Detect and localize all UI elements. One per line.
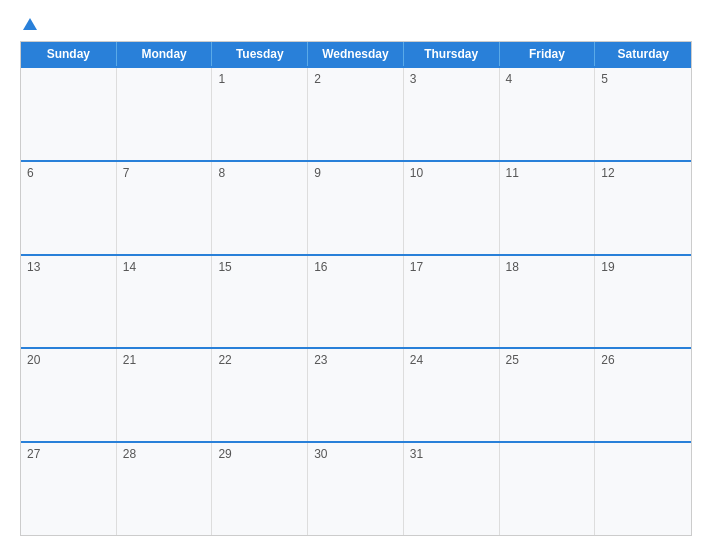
day-cell-8: 8	[212, 162, 308, 254]
week-row-5: 2728293031	[21, 441, 691, 535]
day-cell-13: 13	[21, 256, 117, 348]
day-number: 1	[218, 72, 225, 86]
day-number: 17	[410, 260, 423, 274]
day-cell-19: 19	[595, 256, 691, 348]
day-number: 20	[27, 353, 40, 367]
day-cell-empty	[21, 68, 117, 160]
day-number: 24	[410, 353, 423, 367]
day-cell-31: 31	[404, 443, 500, 535]
week-row-4: 20212223242526	[21, 347, 691, 441]
week-row-1: 12345	[21, 66, 691, 160]
week-row-2: 6789101112	[21, 160, 691, 254]
day-number: 28	[123, 447, 136, 461]
day-number: 10	[410, 166, 423, 180]
day-header-sunday: Sunday	[21, 42, 117, 66]
day-header-wednesday: Wednesday	[308, 42, 404, 66]
day-number: 7	[123, 166, 130, 180]
day-cell-28: 28	[117, 443, 213, 535]
day-cell-15: 15	[212, 256, 308, 348]
day-number: 5	[601, 72, 608, 86]
day-header-tuesday: Tuesday	[212, 42, 308, 66]
day-cell-3: 3	[404, 68, 500, 160]
day-number: 27	[27, 447, 40, 461]
day-cell-4: 4	[500, 68, 596, 160]
day-cell-14: 14	[117, 256, 213, 348]
day-number: 8	[218, 166, 225, 180]
day-number: 6	[27, 166, 34, 180]
day-cell-12: 12	[595, 162, 691, 254]
day-headers-row: SundayMondayTuesdayWednesdayThursdayFrid…	[21, 42, 691, 66]
day-cell-5: 5	[595, 68, 691, 160]
day-cell-26: 26	[595, 349, 691, 441]
day-cell-7: 7	[117, 162, 213, 254]
day-cell-20: 20	[21, 349, 117, 441]
day-cell-21: 21	[117, 349, 213, 441]
logo-triangle-icon	[23, 18, 37, 30]
day-number: 26	[601, 353, 614, 367]
day-cell-24: 24	[404, 349, 500, 441]
day-number: 16	[314, 260, 327, 274]
day-cell-23: 23	[308, 349, 404, 441]
day-cell-2: 2	[308, 68, 404, 160]
day-cell-30: 30	[308, 443, 404, 535]
day-cell-1: 1	[212, 68, 308, 160]
day-cell-6: 6	[21, 162, 117, 254]
day-number: 2	[314, 72, 321, 86]
day-number: 29	[218, 447, 231, 461]
day-cell-25: 25	[500, 349, 596, 441]
day-number: 25	[506, 353, 519, 367]
day-number: 18	[506, 260, 519, 274]
day-cell-17: 17	[404, 256, 500, 348]
day-number: 31	[410, 447, 423, 461]
day-cell-empty	[117, 68, 213, 160]
day-number: 30	[314, 447, 327, 461]
logo-blue-text	[20, 18, 37, 31]
day-number: 22	[218, 353, 231, 367]
day-number: 13	[27, 260, 40, 274]
day-number: 23	[314, 353, 327, 367]
day-cell-11: 11	[500, 162, 596, 254]
day-header-monday: Monday	[117, 42, 213, 66]
week-row-3: 13141516171819	[21, 254, 691, 348]
day-number: 14	[123, 260, 136, 274]
day-cell-27: 27	[21, 443, 117, 535]
day-cell-10: 10	[404, 162, 500, 254]
day-number: 4	[506, 72, 513, 86]
day-number: 9	[314, 166, 321, 180]
day-number: 12	[601, 166, 614, 180]
calendar: SundayMondayTuesdayWednesdayThursdayFrid…	[20, 41, 692, 536]
day-cell-empty	[500, 443, 596, 535]
day-cell-empty	[595, 443, 691, 535]
day-cell-9: 9	[308, 162, 404, 254]
day-number: 3	[410, 72, 417, 86]
page: SundayMondayTuesdayWednesdayThursdayFrid…	[0, 0, 712, 550]
weeks-container: 1234567891011121314151617181920212223242…	[21, 66, 691, 535]
day-header-saturday: Saturday	[595, 42, 691, 66]
day-number: 19	[601, 260, 614, 274]
day-cell-18: 18	[500, 256, 596, 348]
logo	[20, 18, 37, 31]
day-number: 11	[506, 166, 519, 180]
day-cell-29: 29	[212, 443, 308, 535]
day-number: 21	[123, 353, 136, 367]
day-cell-22: 22	[212, 349, 308, 441]
header	[20, 18, 692, 31]
day-header-thursday: Thursday	[404, 42, 500, 66]
day-header-friday: Friday	[500, 42, 596, 66]
day-cell-16: 16	[308, 256, 404, 348]
day-number: 15	[218, 260, 231, 274]
